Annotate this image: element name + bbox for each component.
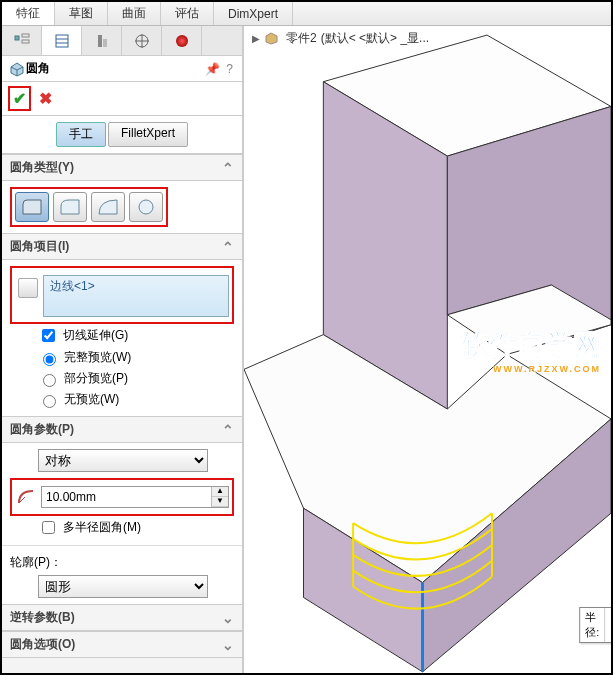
partial-preview-radio[interactable]	[43, 374, 56, 387]
full-preview-label: 完整预览(W)	[64, 349, 131, 366]
svg-rect-0	[15, 36, 19, 40]
chevron-down-icon: ⌄	[222, 610, 234, 626]
panel-tab-dimxpert-tree[interactable]	[122, 26, 162, 55]
radius-decrement[interactable]: ▼	[212, 497, 228, 507]
panel-tab-property[interactable]	[42, 26, 82, 55]
feature-header: 圆角 📌 ?	[2, 56, 242, 82]
tab-sketch[interactable]: 草图	[55, 2, 108, 25]
edge-selection-item[interactable]: 边线<1>	[50, 279, 95, 293]
graphics-viewport[interactable]: ▶ 零件2 (默认< <默认> _显...	[244, 26, 611, 673]
tangent-propagation-checkbox[interactable]	[42, 329, 55, 342]
ok-highlight-box: ✔	[8, 86, 31, 111]
radius-icon	[15, 487, 37, 507]
symmetric-select[interactable]: 对称	[38, 449, 208, 472]
fillet-type-full-round[interactable]	[129, 192, 163, 222]
help-icon[interactable]: ?	[226, 62, 233, 76]
panel-tab-config[interactable]	[82, 26, 122, 55]
pin-icon[interactable]: 📌	[205, 62, 220, 76]
tab-surface[interactable]: 曲面	[108, 2, 161, 25]
filletxpert-button[interactable]: FilletXpert	[108, 122, 188, 147]
cancel-button[interactable]: ✖	[39, 89, 52, 108]
svg-rect-6	[98, 35, 102, 47]
panel-tab-feature-tree[interactable]	[2, 26, 42, 55]
feature-title: 圆角	[26, 60, 202, 77]
fillet-mode-row: 手工 FilletXpert	[2, 116, 242, 154]
section-options-label: 圆角选项(O)	[10, 636, 75, 653]
profile-label: 轮廓(P)：	[10, 552, 234, 575]
breadcrumb-config: (默认< <默认> _显...	[321, 30, 429, 47]
section-reverse[interactable]: 逆转参数(B) ⌄	[2, 604, 242, 631]
ribbon-tabs: 特征 草图 曲面 评估 DimXpert	[2, 2, 611, 26]
svg-rect-7	[103, 39, 107, 47]
breadcrumb-part[interactable]: 零件2	[286, 30, 317, 47]
part-icon	[264, 31, 282, 47]
section-fillet-items[interactable]: 圆角项目(I) ⌃	[2, 233, 242, 260]
chevron-down-icon: ⌄	[222, 637, 234, 653]
full-preview-radio[interactable]	[43, 353, 56, 366]
items-highlight-box: 边线<1>	[10, 266, 234, 324]
fillet-icon	[8, 61, 26, 77]
ok-cancel-row: ✔ ✖	[2, 82, 242, 116]
radius-callout[interactable]: 半径: 10mm	[579, 607, 611, 643]
fillet-type-variable[interactable]	[53, 192, 87, 222]
chevron-up-icon: ⌃	[222, 422, 234, 438]
multi-radius-checkbox[interactable]	[42, 521, 55, 534]
panel-tab-appearance[interactable]	[162, 26, 202, 55]
callout-label: 半径:	[580, 608, 605, 642]
svg-rect-3	[56, 35, 68, 47]
fillet-type-icons-box	[10, 187, 168, 227]
profile-select[interactable]: 圆形	[38, 575, 208, 598]
panel-tabs	[2, 26, 242, 56]
svg-rect-12	[139, 200, 153, 214]
section-fillet-params-label: 圆角参数(P)	[10, 421, 74, 438]
fillet-type-constant[interactable]	[15, 192, 49, 222]
section-fillet-params[interactable]: 圆角参数(P) ⌃	[2, 416, 242, 443]
radius-spinner: ▲ ▼	[41, 486, 229, 508]
multi-radius-label: 多半径圆角(M)	[63, 519, 141, 536]
model-3d[interactable]	[244, 26, 611, 673]
tab-feature[interactable]: 特征	[2, 2, 55, 25]
property-panel: 圆角 📌 ? ✔ ✖ 手工 FilletXpert 圆角类型(Y) ⌃	[2, 26, 244, 673]
tab-dimxpert[interactable]: DimXpert	[214, 2, 293, 25]
fillet-type-face[interactable]	[91, 192, 125, 222]
radius-input[interactable]	[42, 487, 211, 507]
chevron-up-icon: ⌃	[222, 239, 234, 255]
edge-selection-list[interactable]: 边线<1>	[43, 275, 229, 317]
section-options[interactable]: 圆角选项(O) ⌄	[2, 631, 242, 658]
svg-rect-2	[22, 40, 29, 43]
breadcrumb-expand-icon[interactable]: ▶	[252, 33, 260, 44]
section-fillet-type[interactable]: 圆角类型(Y) ⌃	[2, 154, 242, 181]
ok-button[interactable]: ✔	[13, 89, 26, 108]
tab-evaluate[interactable]: 评估	[161, 2, 214, 25]
svg-point-11	[176, 35, 188, 47]
manual-button[interactable]: 手工	[56, 122, 106, 147]
tangent-propagation-label: 切线延伸(G)	[63, 327, 128, 344]
no-preview-radio[interactable]	[43, 395, 56, 408]
svg-rect-1	[22, 34, 29, 37]
partial-preview-label: 部分预览(P)	[64, 370, 128, 387]
section-fillet-items-label: 圆角项目(I)	[10, 238, 69, 255]
breadcrumb[interactable]: ▶ 零件2 (默认< <默认> _显...	[252, 30, 429, 47]
callout-value[interactable]: 10mm	[605, 608, 611, 642]
chevron-up-icon: ⌃	[222, 160, 234, 176]
section-reverse-label: 逆转参数(B)	[10, 609, 75, 626]
section-fillet-type-label: 圆角类型(Y)	[10, 159, 74, 176]
no-preview-label: 无预览(W)	[64, 391, 119, 408]
radius-highlight-box: ▲ ▼	[10, 478, 234, 516]
